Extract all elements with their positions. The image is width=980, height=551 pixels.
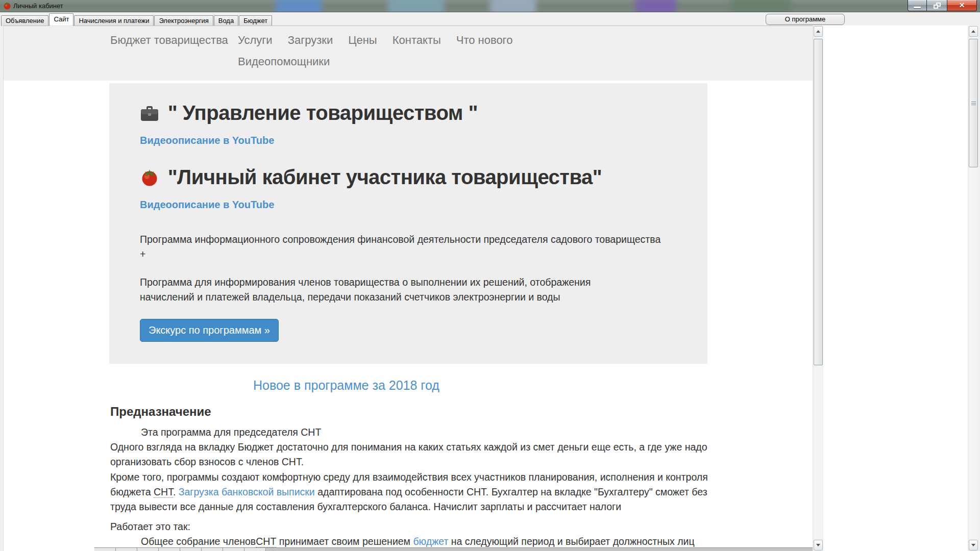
nav-item-services[interactable]: Услуги <box>238 34 273 47</box>
tomato-icon <box>140 168 165 190</box>
browser-vertical-scrollbar[interactable] <box>813 26 823 551</box>
tab-water[interactable]: Вода <box>214 15 238 26</box>
triangle-down-icon <box>816 544 820 546</box>
window-controls: ✕ <box>908 0 977 11</box>
tab-budget[interactable]: Бюджет <box>239 15 272 26</box>
hero-jumbotron: " Управление товариществом " Видеоописан… <box>109 83 707 364</box>
hero-paragraph-2: Программа для информирования членов това… <box>140 275 599 305</box>
titlebar-backdrop <box>276 0 322 12</box>
scrollbar-thumb[interactable] <box>969 39 978 167</box>
titlebar-backdrop <box>490 0 536 12</box>
titlebar-backdrop <box>388 0 444 12</box>
scrollbar-thumb[interactable] <box>814 39 823 365</box>
video-description-link-2[interactable]: Видеоописание в YouTube <box>140 199 274 211</box>
embedded-web-view: Бюджет товарищества Услуги Загрузки Цены… <box>3 26 813 551</box>
hero-paragraph-1: Программа информационного сопровождения … <box>140 232 677 262</box>
nav-item-whats-new[interactable]: Что нового <box>456 34 513 47</box>
how-it-works-paragraph: Работает это так: Общее собрание членов … <box>110 519 713 549</box>
scroll-up-button[interactable] <box>969 26 978 37</box>
titlebar-backdrop <box>730 0 791 12</box>
tab-site[interactable]: Сайт <box>49 13 74 26</box>
snt-abbr: СНТ <box>154 486 173 498</box>
triangle-up-icon <box>816 30 820 33</box>
tab-strip: Объявление Сайт Начисления и платежи Эле… <box>1 14 273 26</box>
site-navbar: Бюджет товарищества Услуги Загрузки Цены… <box>4 26 813 81</box>
hero-title-personal-cabinet: "Личный кабинет участника товарищества" <box>140 166 677 191</box>
bank-statement-upload-link[interactable]: Загрузка банковской выписки <box>179 486 315 497</box>
program-tour-button[interactable]: Экскурс по программам » <box>140 319 279 342</box>
scroll-down-button[interactable] <box>814 540 823 550</box>
minimize-icon <box>914 7 921 8</box>
tab-charges-payments[interactable]: Начисления и платежи <box>74 15 154 26</box>
budget-link[interactable]: бюджет <box>413 536 448 547</box>
maximize-button[interactable] <box>927 0 947 11</box>
nav-item-contacts[interactable]: Контакты <box>393 34 441 47</box>
nav-item-downloads[interactable]: Загрузки <box>288 34 333 47</box>
triangle-up-icon <box>971 30 975 33</box>
briefcase-icon <box>140 104 165 126</box>
video-description-link-1[interactable]: Видеоописание в YouTube <box>140 135 274 146</box>
titlebar-backdrop <box>635 0 676 12</box>
purpose-paragraph-main: Эта программа для председателя СНТ Одног… <box>110 425 713 514</box>
close-button[interactable]: ✕ <box>947 0 977 11</box>
scroll-up-button[interactable] <box>814 26 823 37</box>
partial-bottom-row <box>94 547 813 551</box>
purpose-heading: Предназначение <box>110 405 211 419</box>
scroll-down-button[interactable] <box>969 540 978 550</box>
nav-links-row: Услуги Загрузки Цены Контакты Что нового <box>238 34 512 47</box>
whats-new-2018-link[interactable]: Новое в программе за 2018 год <box>253 378 439 393</box>
minimize-button[interactable] <box>908 0 927 11</box>
window-vertical-scrollbar[interactable] <box>968 26 978 551</box>
thumb-grip-icon <box>971 102 976 102</box>
nav-brand-budget-tovarishestva[interactable]: Бюджет товарищества <box>110 34 228 47</box>
nav-item-prices[interactable]: Цены <box>348 34 377 47</box>
snt-abbr: СНТ <box>256 536 276 547</box>
hero-title-management: " Управление товариществом " <box>140 102 677 127</box>
tab-page-gap <box>823 26 968 551</box>
purpose-body: Эта программа для председателя СНТ Одног… <box>110 425 713 549</box>
triangle-down-icon <box>971 544 975 546</box>
about-program-button[interactable]: О программе <box>766 14 845 25</box>
tomato-app-icon <box>3 2 11 12</box>
nav-item-video-helpers[interactable]: Видеопомощники <box>238 55 330 68</box>
window-title: Личный кабинет <box>13 2 63 10</box>
tab-electricity[interactable]: Электроэнергия <box>154 15 213 26</box>
restore-icon <box>934 3 941 9</box>
window-titlebar[interactable]: Личный кабинет <box>0 0 980 12</box>
close-icon: ✕ <box>959 1 965 9</box>
tab-announcement[interactable]: Объявление <box>1 15 48 26</box>
